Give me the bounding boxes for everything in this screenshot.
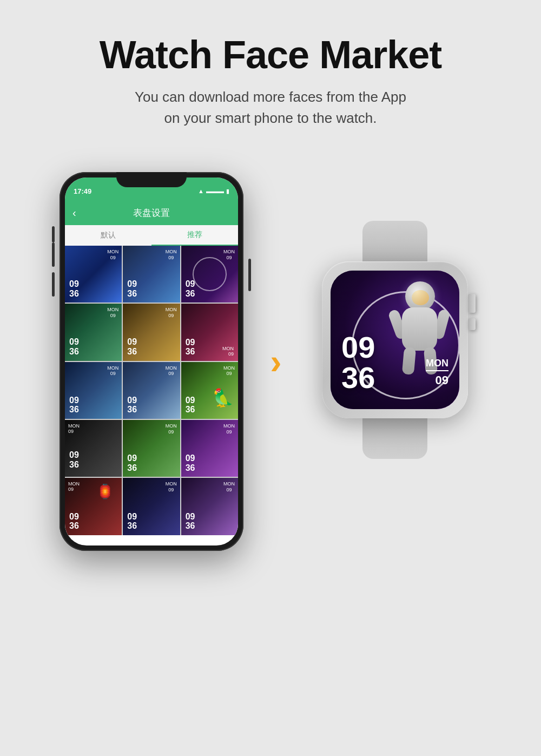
watch-day-date: MON 09 bbox=[426, 358, 448, 387]
astronaut-leg-left bbox=[402, 347, 416, 375]
watch-face-13[interactable]: 🏮 09 36 MON09 bbox=[65, 478, 122, 535]
phone-power-button bbox=[248, 259, 251, 291]
watch-face-7[interactable]: 09 36 MON09 bbox=[65, 362, 122, 419]
watch-time-display: 09 36 bbox=[341, 332, 375, 393]
astronaut-visor bbox=[412, 290, 429, 305]
phone-mockup: 17:49 ▲ ▬▬▬ ▮ ‹ 表盘设置 默认 bbox=[60, 172, 243, 551]
watch-face-5[interactable]: 09 36 MON09 bbox=[123, 304, 180, 360]
back-button[interactable]: ‹ bbox=[72, 207, 76, 219]
watch-face-4[interactable]: 09 36 MON09 bbox=[65, 304, 122, 360]
watch-face-14[interactable]: 09 36 MON09 bbox=[123, 478, 180, 535]
status-icons: ▲ ▬▬▬ ▮ bbox=[198, 188, 229, 195]
watch-side-button[interactable] bbox=[468, 318, 476, 330]
watch-day: MON bbox=[426, 358, 448, 371]
page-subtitle: You can download more faces from the App… bbox=[135, 87, 406, 129]
watch-body: 09 36 MON 09 bbox=[322, 261, 468, 418]
watch-face-15[interactable]: 09 36 MON09 bbox=[181, 478, 238, 535]
phone-screen: 17:49 ▲ ▬▬▬ ▮ ‹ 表盘设置 默认 bbox=[65, 178, 238, 545]
tab-default[interactable]: 默认 bbox=[65, 225, 151, 246]
status-time: 17:49 bbox=[74, 187, 91, 195]
watch-hour: 09 bbox=[341, 332, 375, 363]
watch-face-12[interactable]: 09 36 MON09 bbox=[181, 420, 238, 477]
arrow-container: › bbox=[260, 344, 292, 379]
page-title: Watch Face Market bbox=[100, 32, 442, 77]
phone-silent-switch bbox=[52, 226, 55, 242]
watch-faces-grid: 09 36 MON09 09 36 bbox=[65, 246, 238, 535]
astronaut-body bbox=[402, 307, 437, 351]
watch-band-top bbox=[362, 221, 427, 264]
app-title: 表盘设置 bbox=[133, 207, 170, 219]
watch-crown[interactable] bbox=[468, 294, 476, 313]
watch-face-8[interactable]: 09 36 MON09 bbox=[123, 362, 180, 419]
watch-band-bottom bbox=[362, 416, 427, 459]
watch-face-11[interactable]: 09 36 MON09 bbox=[123, 420, 180, 477]
watch-face-9[interactable]: 🦜 09 36 MON09 bbox=[181, 362, 238, 419]
watch-face-1[interactable]: 09 36 MON09 bbox=[65, 246, 122, 303]
phone-volume-up bbox=[52, 242, 55, 267]
app-header: ‹ 表盘设置 bbox=[65, 200, 238, 225]
watch-face-10[interactable]: 09 36 MON09 bbox=[65, 420, 122, 477]
phone-body: 17:49 ▲ ▬▬▬ ▮ ‹ 表盘设置 默认 bbox=[60, 172, 243, 551]
phone-volume-down bbox=[52, 272, 55, 297]
arrow-icon: › bbox=[270, 344, 281, 379]
phone-notch bbox=[116, 172, 187, 187]
watch-minute: 36 bbox=[341, 363, 375, 393]
watch-face-2[interactable]: 09 36 MON09 bbox=[123, 246, 180, 303]
watch-screen: 09 36 MON 09 bbox=[331, 271, 459, 409]
battery-icon: ▮ bbox=[226, 188, 229, 195]
astronaut-helmet bbox=[405, 281, 435, 311]
smartwatch-mockup: 09 36 MON 09 bbox=[308, 221, 481, 502]
watch-face-6[interactable]: 09 36 MON09 bbox=[181, 304, 238, 360]
page-container: Watch Face Market You can download more … bbox=[0, 0, 541, 756]
devices-row: 17:49 ▲ ▬▬▬ ▮ ‹ 表盘设置 默认 bbox=[60, 172, 481, 551]
tab-recommended[interactable]: 推荐 bbox=[151, 225, 238, 246]
wifi-icon: ▲ bbox=[198, 188, 204, 194]
watch-date: 09 bbox=[426, 373, 448, 387]
signal-icon: ▬▬▬ bbox=[206, 188, 224, 194]
app-tabs: 默认 推荐 bbox=[65, 225, 238, 246]
watch-face-3[interactable]: 09 36 MON09 bbox=[181, 246, 238, 303]
